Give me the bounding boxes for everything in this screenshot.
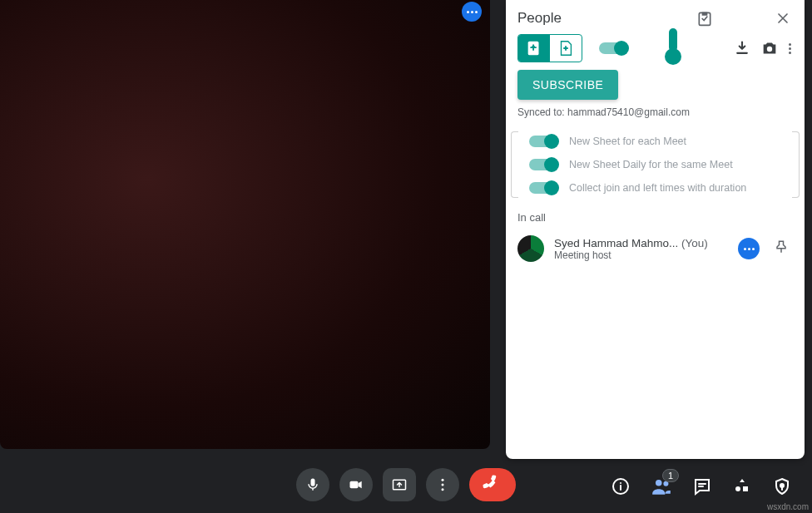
assignment-checkbox-icon[interactable] bbox=[695, 8, 715, 28]
pin-button[interactable] bbox=[770, 235, 793, 262]
extension-toolbar bbox=[517, 32, 793, 65]
people-button[interactable]: 1 bbox=[651, 476, 672, 497]
right-controls: 1 bbox=[611, 476, 792, 497]
main-toggle[interactable] bbox=[599, 42, 627, 54]
option-toggle-collect-times[interactable] bbox=[529, 182, 557, 194]
option-toggle-new-sheet-each[interactable] bbox=[529, 136, 557, 147]
svg-point-8 bbox=[442, 479, 444, 481]
option-row: New Sheet Daily for the same Meet bbox=[529, 153, 793, 176]
people-panel: People bbox=[506, 0, 805, 459]
svg-point-9 bbox=[442, 484, 444, 486]
option-label: Collect join and left times with duratio… bbox=[569, 182, 746, 194]
option-row: Collect join and left times with duratio… bbox=[529, 176, 793, 200]
host-controls-button[interactable] bbox=[772, 476, 792, 496]
svg-point-10 bbox=[442, 488, 444, 491]
bottom-bar: 1 bbox=[0, 460, 812, 513]
in-call-label: In call bbox=[517, 211, 793, 224]
options-group: New Sheet for each Meet New Sheet Daily … bbox=[517, 123, 793, 206]
close-panel-button[interactable] bbox=[773, 8, 793, 28]
video-feed bbox=[0, 0, 490, 449]
watermark: wsxdn.com bbox=[767, 502, 809, 511]
present-screen-button[interactable] bbox=[383, 468, 416, 501]
camera-button[interactable] bbox=[339, 468, 373, 501]
svg-point-4 bbox=[767, 47, 772, 52]
avatar bbox=[517, 235, 544, 262]
chat-button[interactable] bbox=[692, 476, 712, 496]
svg-rect-15 bbox=[743, 486, 748, 491]
participant-name: Syed Hammad Mahmo... (You) bbox=[554, 237, 728, 249]
option-toggle-new-sheet-daily[interactable] bbox=[529, 159, 557, 170]
subscribe-button[interactable]: SUBSCRIBE bbox=[517, 70, 618, 100]
add-to-sheet-button[interactable] bbox=[550, 35, 582, 62]
svg-rect-5 bbox=[311, 479, 315, 486]
panel-title: People bbox=[517, 10, 562, 27]
download-icon[interactable] bbox=[732, 38, 752, 58]
meeting-details-button[interactable] bbox=[611, 476, 631, 496]
microphone-button[interactable] bbox=[296, 468, 329, 501]
activities-button[interactable] bbox=[732, 476, 752, 496]
call-controls bbox=[296, 468, 516, 501]
svg-point-12 bbox=[656, 480, 662, 486]
people-count-badge: 1 bbox=[662, 469, 679, 482]
end-call-button[interactable] bbox=[469, 468, 516, 501]
camera-icon[interactable] bbox=[759, 37, 780, 59]
volume-slider[interactable] bbox=[669, 30, 677, 67]
participant-more-button[interactable] bbox=[738, 238, 760, 259]
option-label: New Sheet Daily for the same Meet bbox=[569, 159, 733, 170]
video-more-button[interactable] bbox=[462, 2, 482, 22]
more-options-button[interactable] bbox=[426, 468, 459, 501]
synced-to-label: Synced to: hammad75410@gmail.com bbox=[517, 106, 793, 118]
option-row: New Sheet for each Meet bbox=[529, 130, 793, 153]
new-sheet-button[interactable] bbox=[518, 35, 550, 62]
option-label: New Sheet for each Meet bbox=[569, 136, 686, 147]
svg-rect-6 bbox=[350, 481, 359, 488]
more-vert-icon[interactable] bbox=[787, 42, 793, 56]
svg-point-14 bbox=[735, 486, 740, 491]
participant-row: Syed Hammad Mahmo... (You) Meeting host bbox=[517, 235, 793, 262]
participant-role: Meeting host bbox=[554, 249, 728, 261]
